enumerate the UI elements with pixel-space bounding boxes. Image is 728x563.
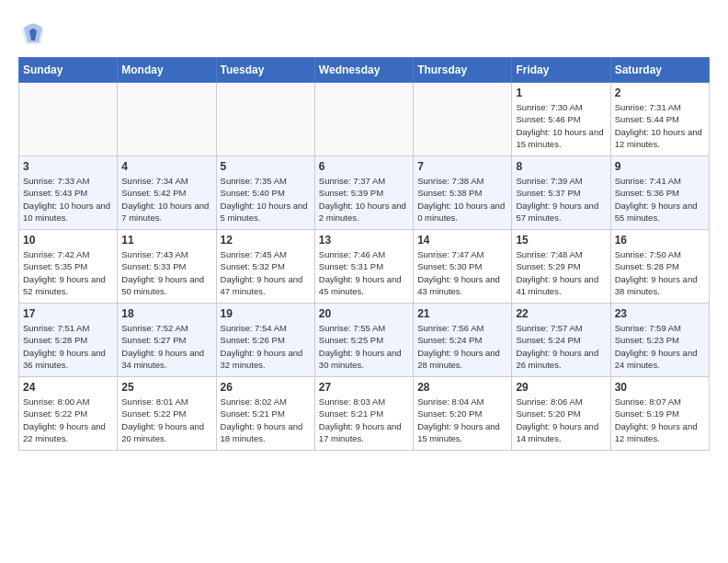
calendar-cell: 10Sunrise: 7:42 AM Sunset: 5:35 PM Dayli… <box>19 230 118 304</box>
calendar-cell: 7Sunrise: 7:38 AM Sunset: 5:38 PM Daylig… <box>414 156 512 230</box>
calendar-cell <box>19 83 118 156</box>
day-number: 24 <box>23 381 113 394</box>
day-info: Sunrise: 7:41 AM Sunset: 5:36 PM Dayligh… <box>615 175 705 224</box>
day-number: 21 <box>417 307 507 320</box>
calendar-cell: 6Sunrise: 7:37 AM Sunset: 5:39 PM Daylig… <box>314 156 413 230</box>
day-number: 1 <box>516 86 606 99</box>
day-info: Sunrise: 7:43 AM Sunset: 5:33 PM Dayligh… <box>121 248 211 297</box>
day-number: 20 <box>319 307 409 320</box>
calendar-cell <box>216 83 314 156</box>
day-info: Sunrise: 7:30 AM Sunset: 5:46 PM Dayligh… <box>516 101 606 150</box>
day-number: 3 <box>23 160 113 173</box>
day-info: Sunrise: 8:07 AM Sunset: 5:19 PM Dayligh… <box>615 396 705 444</box>
day-number: 27 <box>319 381 409 394</box>
calendar-cell: 19Sunrise: 7:54 AM Sunset: 5:26 PM Dayli… <box>216 304 314 377</box>
calendar-week-4: 24Sunrise: 8:00 AM Sunset: 5:22 PM Dayli… <box>19 377 710 451</box>
calendar-cell: 18Sunrise: 7:52 AM Sunset: 5:27 PM Dayli… <box>118 304 216 377</box>
day-number: 15 <box>516 234 606 247</box>
day-number: 11 <box>121 234 211 247</box>
day-info: Sunrise: 7:59 AM Sunset: 5:23 PM Dayligh… <box>615 322 705 371</box>
day-info: Sunrise: 7:55 AM Sunset: 5:25 PM Dayligh… <box>319 322 409 371</box>
calendar-week-1: 3Sunrise: 7:33 AM Sunset: 5:43 PM Daylig… <box>19 156 710 230</box>
day-number: 14 <box>417 234 507 247</box>
calendar-cell: 17Sunrise: 7:51 AM Sunset: 5:28 PM Dayli… <box>19 304 118 377</box>
day-info: Sunrise: 8:00 AM Sunset: 5:22 PM Dayligh… <box>23 396 113 444</box>
calendar-cell: 2Sunrise: 7:31 AM Sunset: 5:44 PM Daylig… <box>610 83 709 156</box>
calendar-cell <box>118 83 216 156</box>
day-info: Sunrise: 7:39 AM Sunset: 5:37 PM Dayligh… <box>516 175 606 224</box>
day-info: Sunrise: 8:06 AM Sunset: 5:20 PM Dayligh… <box>516 396 606 444</box>
logo <box>18 18 51 48</box>
calendar-cell: 22Sunrise: 7:57 AM Sunset: 5:24 PM Dayli… <box>512 304 610 377</box>
day-info: Sunrise: 8:04 AM Sunset: 5:20 PM Dayligh… <box>417 396 507 444</box>
day-info: Sunrise: 7:48 AM Sunset: 5:29 PM Dayligh… <box>516 248 606 297</box>
calendar-week-2: 10Sunrise: 7:42 AM Sunset: 5:35 PM Dayli… <box>19 230 710 304</box>
day-number: 10 <box>23 234 113 247</box>
calendar-cell: 30Sunrise: 8:07 AM Sunset: 5:19 PM Dayli… <box>610 377 709 451</box>
day-number: 6 <box>319 160 409 173</box>
calendar-cell: 13Sunrise: 7:46 AM Sunset: 5:31 PM Dayli… <box>314 230 413 304</box>
day-number: 7 <box>417 160 507 173</box>
calendar-cell: 26Sunrise: 8:02 AM Sunset: 5:21 PM Dayli… <box>216 377 314 451</box>
col-header-thursday: Thursday <box>414 58 512 83</box>
calendar-cell: 11Sunrise: 7:43 AM Sunset: 5:33 PM Dayli… <box>118 230 216 304</box>
day-number: 12 <box>221 234 311 247</box>
day-number: 8 <box>516 160 606 173</box>
calendar-cell: 15Sunrise: 7:48 AM Sunset: 5:29 PM Dayli… <box>512 230 610 304</box>
calendar-cell <box>314 83 413 156</box>
col-header-friday: Friday <box>512 58 610 83</box>
col-header-sunday: Sunday <box>19 58 118 83</box>
calendar-week-3: 17Sunrise: 7:51 AM Sunset: 5:28 PM Dayli… <box>19 304 710 377</box>
day-info: Sunrise: 7:51 AM Sunset: 5:28 PM Dayligh… <box>23 322 113 371</box>
calendar-cell <box>414 83 512 156</box>
calendar-cell: 25Sunrise: 8:01 AM Sunset: 5:22 PM Dayli… <box>118 377 216 451</box>
day-number: 19 <box>221 307 311 320</box>
day-info: Sunrise: 7:54 AM Sunset: 5:26 PM Dayligh… <box>221 322 311 371</box>
calendar-cell: 20Sunrise: 7:55 AM Sunset: 5:25 PM Dayli… <box>314 304 413 377</box>
day-number: 4 <box>121 160 211 173</box>
calendar-cell: 9Sunrise: 7:41 AM Sunset: 5:36 PM Daylig… <box>610 156 709 230</box>
day-number: 9 <box>615 160 705 173</box>
calendar-cell: 8Sunrise: 7:39 AM Sunset: 5:37 PM Daylig… <box>512 156 610 230</box>
calendar-table: SundayMondayTuesdayWednesdayThursdayFrid… <box>18 57 710 451</box>
day-number: 28 <box>417 381 507 394</box>
day-info: Sunrise: 7:47 AM Sunset: 5:30 PM Dayligh… <box>417 248 507 297</box>
calendar-cell: 21Sunrise: 7:56 AM Sunset: 5:24 PM Dayli… <box>414 304 512 377</box>
day-number: 30 <box>615 381 705 394</box>
day-info: Sunrise: 7:37 AM Sunset: 5:39 PM Dayligh… <box>319 175 409 224</box>
day-info: Sunrise: 8:03 AM Sunset: 5:21 PM Dayligh… <box>319 396 409 444</box>
day-number: 13 <box>319 234 409 247</box>
day-number: 5 <box>221 160 311 173</box>
calendar-cell: 29Sunrise: 8:06 AM Sunset: 5:20 PM Dayli… <box>512 377 610 451</box>
col-header-monday: Monday <box>118 58 216 83</box>
calendar-cell: 14Sunrise: 7:47 AM Sunset: 5:30 PM Dayli… <box>414 230 512 304</box>
calendar-cell: 28Sunrise: 8:04 AM Sunset: 5:20 PM Dayli… <box>414 377 512 451</box>
calendar-cell: 4Sunrise: 7:34 AM Sunset: 5:42 PM Daylig… <box>118 156 216 230</box>
day-info: Sunrise: 7:46 AM Sunset: 5:31 PM Dayligh… <box>319 248 409 297</box>
day-info: Sunrise: 7:50 AM Sunset: 5:28 PM Dayligh… <box>615 248 705 297</box>
day-info: Sunrise: 7:45 AM Sunset: 5:32 PM Dayligh… <box>221 248 311 297</box>
calendar-header: SundayMondayTuesdayWednesdayThursdayFrid… <box>19 58 710 83</box>
calendar-cell: 3Sunrise: 7:33 AM Sunset: 5:43 PM Daylig… <box>19 156 118 230</box>
col-header-wednesday: Wednesday <box>314 58 413 83</box>
calendar-cell: 27Sunrise: 8:03 AM Sunset: 5:21 PM Dayli… <box>314 377 413 451</box>
day-number: 16 <box>615 234 705 247</box>
day-number: 25 <box>121 381 211 394</box>
calendar-cell: 16Sunrise: 7:50 AM Sunset: 5:28 PM Dayli… <box>610 230 709 304</box>
day-number: 2 <box>615 86 705 99</box>
calendar-cell: 5Sunrise: 7:35 AM Sunset: 5:40 PM Daylig… <box>216 156 314 230</box>
day-number: 17 <box>23 307 113 320</box>
day-info: Sunrise: 7:31 AM Sunset: 5:44 PM Dayligh… <box>615 101 705 150</box>
day-info: Sunrise: 7:38 AM Sunset: 5:38 PM Dayligh… <box>417 175 507 224</box>
day-info: Sunrise: 8:01 AM Sunset: 5:22 PM Dayligh… <box>121 396 211 444</box>
day-info: Sunrise: 7:35 AM Sunset: 5:40 PM Dayligh… <box>221 175 311 224</box>
day-number: 23 <box>615 307 705 320</box>
page-header <box>18 18 710 48</box>
day-info: Sunrise: 8:02 AM Sunset: 5:21 PM Dayligh… <box>221 396 311 444</box>
day-number: 18 <box>121 307 211 320</box>
day-number: 29 <box>516 381 606 394</box>
day-number: 22 <box>516 307 606 320</box>
day-info: Sunrise: 7:34 AM Sunset: 5:42 PM Dayligh… <box>121 175 211 224</box>
day-info: Sunrise: 7:57 AM Sunset: 5:24 PM Dayligh… <box>516 322 606 371</box>
col-header-saturday: Saturday <box>610 58 709 83</box>
